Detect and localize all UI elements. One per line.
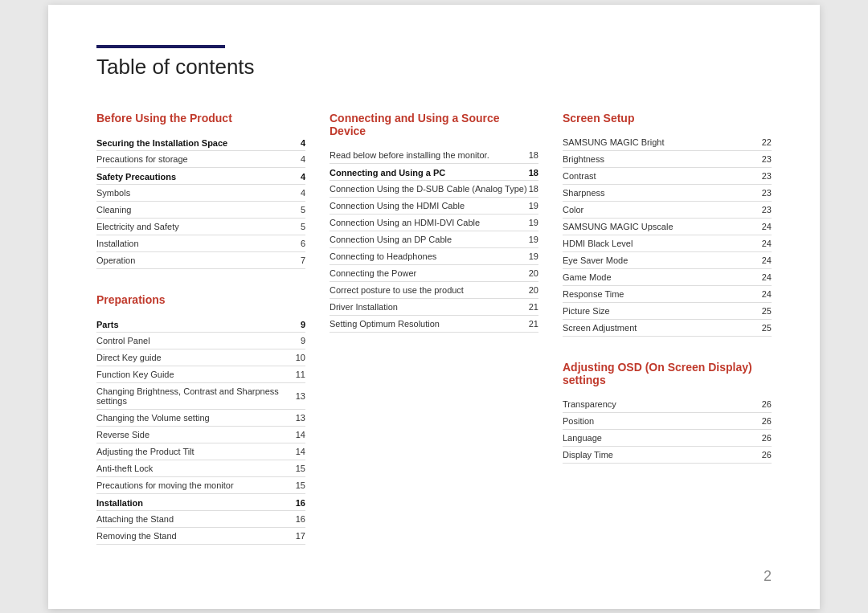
row-page-number: 19 <box>529 214 538 231</box>
row-page-number: 4 <box>298 167 305 184</box>
row-page-number: 16 <box>296 510 305 527</box>
table-row: Picture Size25 <box>563 302 772 319</box>
row-label: Game Mode <box>563 268 755 285</box>
table-row: SAMSUNG MAGIC Upscale24 <box>563 218 772 235</box>
row-page-number: 9 <box>296 332 305 349</box>
row-label: HDMI Black Level <box>563 235 755 251</box>
table-row: Setting Optimum Resolution21 <box>330 315 538 332</box>
row-label: Cleaning <box>96 201 298 218</box>
row-label: Anti-theft Lock <box>96 460 296 476</box>
row-page-number: 17 <box>296 527 305 544</box>
row-label: Attaching the Stand <box>96 510 296 527</box>
row-page-number: 24 <box>755 235 772 251</box>
row-page-number: 23 <box>755 150 772 167</box>
table-row: Precautions for storage4 <box>96 150 305 167</box>
row-label: Installation <box>96 235 298 251</box>
row-label: Response Time <box>563 285 755 302</box>
row-page-number: 26 <box>739 396 772 413</box>
row-label: Connecting the Power <box>330 264 529 281</box>
toc-table-before-using: Securing the Installation Space4Precauti… <box>96 134 305 269</box>
table-row: Connecting the Power20 <box>330 264 538 281</box>
table-row: Read below before installing the monitor… <box>330 147 538 164</box>
row-page-number: 24 <box>755 268 772 285</box>
table-row: Function Key Guide11 <box>96 366 305 382</box>
table-row: Securing the Installation Space4 <box>96 134 305 151</box>
row-label: Sharpness <box>563 184 755 201</box>
table-row: Eye Saver Mode24 <box>563 251 772 268</box>
table-row: Direct Key guide10 <box>96 349 305 366</box>
row-label: Connection Using the D-SUB Cable (Analog… <box>330 180 529 197</box>
row-label: Read below before installing the monitor… <box>330 147 529 164</box>
row-page-number: 6 <box>298 235 305 251</box>
table-row: Connecting and Using a PC18 <box>330 163 538 180</box>
table-row: Cleaning5 <box>96 201 305 218</box>
row-label: Operation <box>96 251 298 268</box>
row-label: Electricity and Safety <box>96 218 298 235</box>
row-page-number: 23 <box>755 167 772 184</box>
row-label: Connection Using an HDMI-DVI Cable <box>330 214 529 231</box>
column-1: Before Using the Product Securing the In… <box>96 112 330 569</box>
row-label: Driver Installation <box>330 298 529 315</box>
table-row: Attaching the Stand16 <box>96 510 305 527</box>
title-bar <box>96 45 225 48</box>
table-row: Game Mode24 <box>563 268 772 285</box>
page-title: Table of contents <box>96 55 772 80</box>
table-row: Driver Installation21 <box>330 298 538 315</box>
row-page-number: 15 <box>296 460 305 476</box>
table-row: Contrast23 <box>563 167 772 184</box>
table-row: Language26 <box>563 429 772 446</box>
table-row: Display Time26 <box>563 446 772 463</box>
page-number: 2 <box>764 568 772 585</box>
table-row: Operation7 <box>96 251 305 268</box>
table-row: Control Panel9 <box>96 332 305 349</box>
row-label: Connecting to Headphones <box>330 247 529 264</box>
row-page-number: 19 <box>529 247 538 264</box>
row-page-number: 18 <box>529 180 538 197</box>
table-row: Transparency26 <box>563 396 772 413</box>
table-row: Connection Using an DP Cable19 <box>330 231 538 247</box>
row-page-number: 19 <box>529 197 538 214</box>
table-row: Installation6 <box>96 235 305 251</box>
row-label: Adjusting the Product Tilt <box>96 443 296 460</box>
row-page-number: 15 <box>296 476 305 493</box>
row-page-number: 14 <box>296 443 305 460</box>
page: Table of contents Before Using the Produ… <box>48 5 820 609</box>
row-label: Color <box>563 201 755 218</box>
row-page-number: 4 <box>298 134 305 151</box>
row-page-number: 24 <box>755 218 772 235</box>
row-page-number: 9 <box>296 316 305 333</box>
row-label: Changing Brightness, Contrast and Sharpn… <box>96 382 296 409</box>
row-page-number: 25 <box>755 319 772 336</box>
row-label: Picture Size <box>563 302 755 319</box>
row-label: Control Panel <box>96 332 296 349</box>
toc-table-osd: Transparency26Position26Language26Displa… <box>563 396 772 464</box>
row-page-number: 13 <box>296 409 305 426</box>
row-page-number: 20 <box>529 281 538 298</box>
table-row: Reverse Side14 <box>96 426 305 443</box>
section-title-connecting: Connecting and Using a Source Device <box>330 112 538 137</box>
table-row: Screen Adjustment25 <box>563 319 772 336</box>
row-label: Screen Adjustment <box>563 319 755 336</box>
row-page-number: 11 <box>296 366 305 382</box>
table-row: Removing the Stand17 <box>96 527 305 544</box>
row-label: Installation <box>96 493 296 510</box>
table-row: Electricity and Safety5 <box>96 218 305 235</box>
section-screen-setup: Screen Setup SAMSUNG MAGIC Bright22Brigh… <box>563 112 772 337</box>
row-label: Symbols <box>96 184 298 201</box>
row-label: Precautions for moving the monitor <box>96 476 296 493</box>
row-label: SAMSUNG MAGIC Upscale <box>563 218 755 235</box>
toc-table-connecting: Read below before installing the monitor… <box>330 147 538 333</box>
table-row: Color23 <box>563 201 772 218</box>
row-page-number: 20 <box>529 264 538 281</box>
row-label: SAMSUNG MAGIC Bright <box>563 134 755 151</box>
table-row: Position26 <box>563 412 772 429</box>
row-page-number: 18 <box>529 147 538 164</box>
row-label: Safety Precautions <box>96 167 298 184</box>
section-title-osd: Adjusting OSD (On Screen Display) settin… <box>563 361 772 386</box>
row-label: Display Time <box>563 446 739 463</box>
row-label: Eye Saver Mode <box>563 251 755 268</box>
table-row: Connection Using an HDMI-DVI Cable19 <box>330 214 538 231</box>
row-label: Changing the Volume setting <box>96 409 296 426</box>
row-label: Position <box>563 412 739 429</box>
row-label: Securing the Installation Space <box>96 134 298 151</box>
